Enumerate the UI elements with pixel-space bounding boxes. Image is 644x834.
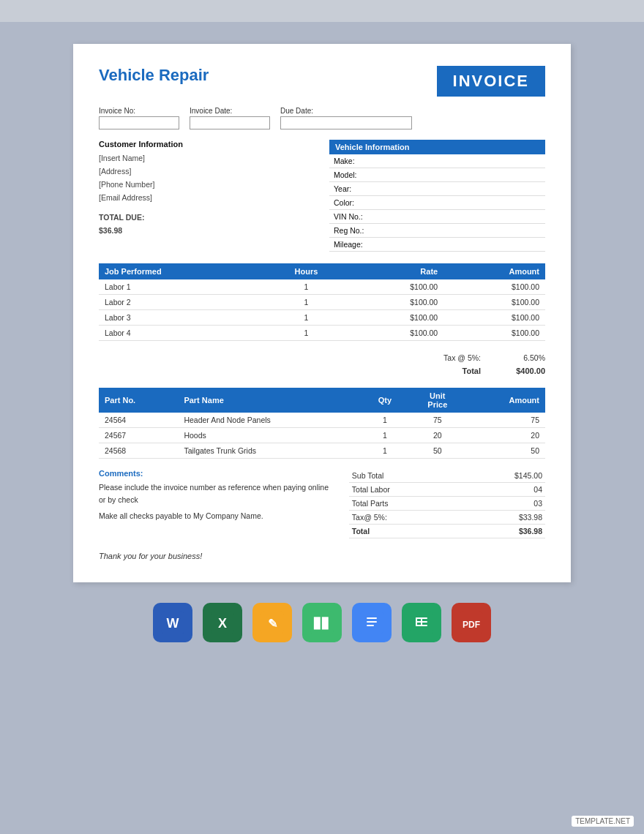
parts-table-row: 24568Tailgates Trunk Grids15050 bbox=[99, 443, 545, 459]
job-tax-label: Tax @ 5%: bbox=[399, 351, 487, 364]
invoice-date-box[interactable] bbox=[190, 116, 270, 129]
invoice-no-label: Invoice No: bbox=[99, 107, 179, 115]
vehicle-field-label: Reg No.: bbox=[329, 224, 373, 238]
vehicle-field-value bbox=[373, 224, 545, 238]
labor-label: Total Labor bbox=[352, 485, 390, 494]
word-icon[interactable]: W bbox=[153, 603, 192, 642]
job-name: Labor 2 bbox=[99, 295, 264, 310]
job-tax-row: Tax @ 5%: 6.50% bbox=[99, 351, 545, 364]
gsheets-icon[interactable] bbox=[402, 603, 441, 642]
due-date-field: Due Date: bbox=[280, 107, 412, 129]
vehicle-info: Vehicle Information Make:Model:Year:Colo… bbox=[329, 140, 545, 252]
meta-row: Invoice No: Invoice Date: Due Date: bbox=[99, 107, 545, 129]
svg-rect-17 bbox=[421, 617, 422, 626]
job-hours: 1 bbox=[264, 295, 348, 310]
pdf-icon[interactable]: PDF bbox=[452, 603, 491, 642]
job-rate: $100.00 bbox=[348, 295, 443, 310]
part-no: 24567 bbox=[99, 428, 178, 443]
part-name: Hoods bbox=[178, 428, 362, 443]
vehicle-field-label: Model: bbox=[329, 168, 373, 182]
svg-text:PDF: PDF bbox=[463, 620, 480, 630]
invoice-badge: INVOICE bbox=[437, 66, 545, 97]
summary-tax-row: Tax@ 5%: $33.98 bbox=[349, 511, 545, 525]
comments-line2: Make all checks payable to My Company Na… bbox=[99, 510, 334, 522]
job-table: Job Performed Hours Rate Amount Labor 11… bbox=[99, 263, 545, 341]
invoice-document: Vehicle Repair INVOICE Invoice No: Invoi… bbox=[73, 44, 571, 582]
vehicle-row: Year: bbox=[329, 182, 545, 196]
job-hours: 1 bbox=[264, 326, 348, 341]
parts-table: Part No. Part Name Qty UnitPrice Amount … bbox=[99, 388, 545, 459]
subtotal-value: $145.00 bbox=[514, 471, 542, 480]
labor-value: 04 bbox=[533, 485, 542, 494]
pages-icon[interactable]: ✎ bbox=[252, 603, 292, 642]
parts-table-body: 24564Header And Node Panels1757524567Hoo… bbox=[99, 413, 545, 459]
invoice-no-box[interactable] bbox=[99, 116, 179, 129]
parts-col-amount: Amount bbox=[467, 388, 545, 413]
part-qty: 1 bbox=[362, 443, 408, 459]
vehicle-info-header: Vehicle Information bbox=[329, 140, 545, 154]
vehicle-row: Model: bbox=[329, 168, 545, 182]
svg-text:X: X bbox=[218, 616, 227, 631]
vehicle-table: Make:Model:Year:Color:VIN No.:Reg No.:Mi… bbox=[329, 154, 545, 252]
part-amount: 20 bbox=[467, 428, 545, 443]
summary-tax-label: Tax@ 5%: bbox=[352, 513, 387, 522]
svg-rect-11 bbox=[367, 625, 374, 626]
vehicle-field-value bbox=[373, 182, 545, 196]
due-date-box[interactable] bbox=[280, 116, 412, 129]
app-icons: W X ✎ ▊▊ bbox=[153, 603, 491, 642]
job-table-row: Labor 31$100.00$100.00 bbox=[99, 310, 545, 326]
doc-title: Vehicle Repair bbox=[99, 66, 209, 85]
vehicle-row: Color: bbox=[329, 196, 545, 210]
job-amount: $100.00 bbox=[443, 295, 545, 310]
page-wrapper: Vehicle Repair INVOICE Invoice No: Invoi… bbox=[0, 22, 644, 834]
excel-icon[interactable]: X bbox=[203, 603, 242, 642]
numbers-icon[interactable]: ▊▊ bbox=[302, 603, 342, 642]
parts-col-no: Part No. bbox=[99, 388, 178, 413]
part-no: 24564 bbox=[99, 413, 178, 428]
gdocs-icon[interactable] bbox=[352, 603, 392, 642]
job-col-job: Job Performed bbox=[99, 263, 264, 279]
job-name: Labor 4 bbox=[99, 326, 264, 341]
parts-label: Total Parts bbox=[352, 499, 389, 508]
parts-table-header: Part No. Part Name Qty UnitPrice Amount bbox=[99, 388, 545, 413]
due-date-label: Due Date: bbox=[280, 107, 412, 115]
job-hours: 1 bbox=[264, 279, 348, 295]
job-hours: 1 bbox=[264, 310, 348, 326]
vehicle-field-label: VIN No.: bbox=[329, 210, 373, 224]
job-table-header: Job Performed Hours Rate Amount bbox=[99, 263, 545, 279]
part-unit-price: 75 bbox=[408, 413, 467, 428]
job-amount: $100.00 bbox=[443, 326, 545, 341]
svg-rect-10 bbox=[367, 621, 377, 623]
job-table-row: Labor 21$100.00$100.00 bbox=[99, 295, 545, 310]
parts-table-row: 24564Header And Node Panels17575 bbox=[99, 413, 545, 428]
job-col-rate: Rate bbox=[348, 263, 443, 279]
invoice-date-field: Invoice Date: bbox=[190, 107, 270, 129]
job-col-amount: Amount bbox=[443, 263, 545, 279]
summary-labor-row: Total Labor 04 bbox=[349, 483, 545, 497]
vehicle-row: VIN No.: bbox=[329, 210, 545, 224]
part-unit-price: 50 bbox=[408, 443, 467, 459]
part-qty: 1 bbox=[362, 428, 408, 443]
svg-text:W: W bbox=[167, 616, 179, 631]
comments-title: Comments: bbox=[99, 469, 334, 478]
job-total-row: Total $400.00 bbox=[99, 364, 545, 377]
job-table-row: Labor 11$100.00$100.00 bbox=[99, 279, 545, 295]
job-rate: $100.00 bbox=[348, 310, 443, 326]
doc-header: Vehicle Repair INVOICE bbox=[99, 66, 545, 97]
job-rate: $100.00 bbox=[348, 279, 443, 295]
total-due-amount: $36.98 bbox=[99, 225, 315, 238]
summary-subtotal-row: Sub Total $145.00 bbox=[349, 469, 545, 483]
thank-you-text: Thank you for your business! bbox=[99, 552, 545, 560]
customer-phone: [Phone Number] bbox=[99, 179, 315, 192]
job-rate: $100.00 bbox=[348, 326, 443, 341]
subtotal-label: Sub Total bbox=[352, 471, 384, 480]
part-unit-price: 20 bbox=[408, 428, 467, 443]
vehicle-field-label: Mileage: bbox=[329, 238, 373, 252]
job-tax-value: 6.50% bbox=[487, 351, 545, 364]
invoice-date-label: Invoice Date: bbox=[190, 107, 270, 115]
vehicle-field-label: Make: bbox=[329, 154, 373, 168]
total-due-label: TOTAL DUE: bbox=[99, 211, 315, 225]
job-table-body: Labor 11$100.00$100.00Labor 21$100.00$10… bbox=[99, 279, 545, 341]
parts-col-unit: UnitPrice bbox=[408, 388, 467, 413]
parts-table-row: 24567Hoods12020 bbox=[99, 428, 545, 443]
